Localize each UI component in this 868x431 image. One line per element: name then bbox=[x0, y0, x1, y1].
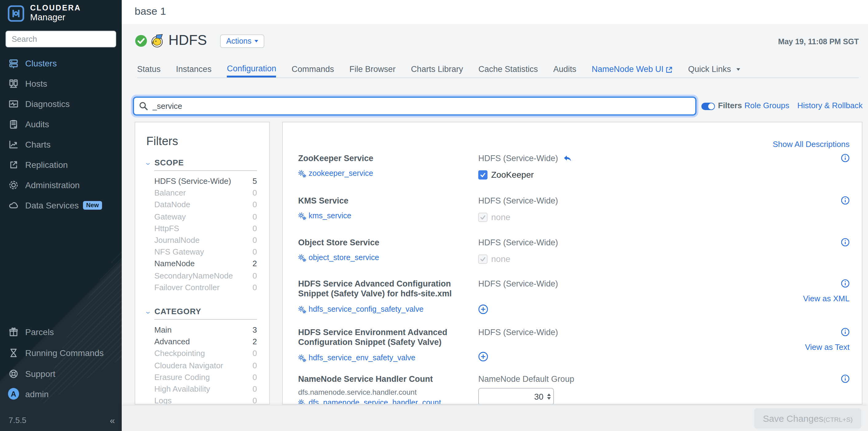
caret-down-icon bbox=[254, 40, 258, 42]
tab-status[interactable]: Status bbox=[137, 61, 161, 78]
add-entry-icon[interactable] bbox=[478, 304, 488, 314]
hosts-icon bbox=[8, 78, 19, 89]
undo-icon[interactable] bbox=[563, 154, 572, 163]
add-entry-icon[interactable] bbox=[478, 352, 488, 362]
sidebar-item-diagnostics[interactable]: Diagnostics bbox=[0, 93, 122, 114]
sidebar-item-parcels[interactable]: Parcels bbox=[0, 321, 122, 342]
info-icon[interactable] bbox=[841, 196, 849, 205]
info-icon[interactable] bbox=[841, 374, 849, 383]
number-stepper[interactable] bbox=[547, 389, 551, 405]
config-search-input[interactable] bbox=[151, 101, 695, 111]
admin-avatar: A bbox=[8, 388, 19, 399]
gear-icon bbox=[8, 179, 19, 190]
info-icon[interactable] bbox=[841, 154, 849, 162]
property-link[interactable]: kms_service bbox=[298, 212, 849, 220]
tab-namenode-web-ui[interactable]: NameNode Web UI bbox=[592, 61, 673, 78]
tab-configuration[interactable]: Configuration bbox=[227, 61, 276, 78]
scope-filter-item[interactable]: HDFS (Service-Wide) 5 bbox=[154, 175, 257, 187]
handler-count-input[interactable]: 30 bbox=[478, 388, 554, 405]
tab-audits[interactable]: Audits bbox=[553, 61, 576, 78]
config-row-namenode-handler-count: NameNode Service Handler Count dfs.namen… bbox=[298, 374, 849, 405]
sidebar-item-support[interactable]: Support bbox=[0, 363, 122, 384]
sidebar-search-input[interactable] bbox=[5, 31, 116, 47]
sidebar-item-replication[interactable]: Replication bbox=[0, 154, 122, 175]
app-window: CLOUDERA Manager Clusters Hosts Diagnost… bbox=[0, 0, 868, 431]
zookeeper-checkbox[interactable] bbox=[478, 170, 488, 179]
lifebuoy-icon bbox=[8, 368, 19, 379]
category-filter-item[interactable]: Advanced 2 bbox=[154, 336, 257, 347]
scope-filter-item[interactable]: Gateway 0 bbox=[154, 211, 257, 222]
actions-button[interactable]: Actions bbox=[220, 34, 264, 48]
info-icon[interactable] bbox=[841, 328, 849, 336]
version-label: 7.5.5 bbox=[9, 415, 26, 425]
property-link[interactable]: hdfs_service_config_safety_valve bbox=[298, 305, 849, 314]
tab-cache-statistics[interactable]: Cache Statistics bbox=[478, 61, 538, 78]
step-down-icon[interactable] bbox=[547, 397, 551, 400]
health-good-icon bbox=[135, 34, 148, 47]
category-filter-item[interactable]: Logs 0 bbox=[154, 395, 257, 405]
property-link[interactable]: object_store_service bbox=[298, 253, 849, 262]
view-as-xml-link[interactable]: View as XML bbox=[803, 294, 849, 303]
brand-product: Manager bbox=[30, 13, 81, 22]
object-store-none-checkbox bbox=[478, 254, 488, 264]
save-changes-button[interactable]: Save Changes (CTRL+S) bbox=[754, 408, 861, 429]
scope-filter-item[interactable]: NameNode 2 bbox=[154, 258, 257, 270]
scope-filter-item[interactable]: Failover Controller 0 bbox=[154, 282, 257, 293]
info-icon[interactable] bbox=[841, 238, 849, 247]
scope-filter-item[interactable]: NFS Gateway 0 bbox=[154, 246, 257, 257]
property-link[interactable]: zookeeper_service bbox=[298, 169, 849, 178]
gift-icon bbox=[8, 326, 19, 337]
category-filter-list: Main 3 Advanced 2 Checkpointing 0 Cloude… bbox=[154, 324, 257, 405]
sidebar-item-admin[interactable]: A admin bbox=[0, 384, 122, 404]
sidebar-item-administration[interactable]: Administration bbox=[0, 175, 122, 195]
scope-filter-item[interactable]: Balancer 0 bbox=[154, 187, 257, 198]
cogs-icon bbox=[298, 354, 306, 362]
step-up-icon[interactable] bbox=[547, 394, 551, 396]
role-groups-link[interactable]: Role Groups bbox=[744, 101, 789, 110]
scope-filter-item[interactable]: JournalNode 0 bbox=[154, 234, 257, 246]
save-footer: Save Changes (CTRL+S) bbox=[122, 406, 868, 431]
tab-commands[interactable]: Commands bbox=[292, 61, 334, 78]
cogs-icon bbox=[298, 170, 306, 177]
view-as-text-link[interactable]: View as Text bbox=[805, 342, 849, 352]
sidebar-item-audits[interactable]: Audits bbox=[0, 114, 122, 134]
hdfs-service-icon bbox=[151, 34, 165, 48]
tab-quick-links[interactable]: Quick Links bbox=[688, 61, 740, 78]
tab-instances[interactable]: Instances bbox=[176, 61, 212, 78]
config-row-kms-service: KMS Service kms_service HDFS (Service-Wi… bbox=[298, 196, 849, 220]
tab-charts-library[interactable]: Charts Library bbox=[411, 61, 463, 78]
scope-filter-item[interactable]: DataNode 0 bbox=[154, 199, 257, 211]
clusters-icon bbox=[8, 58, 19, 68]
tab-file-browser[interactable]: File Browser bbox=[349, 61, 396, 78]
caret-down-icon bbox=[737, 68, 740, 71]
sidebar-collapse-icon[interactable]: « bbox=[110, 415, 114, 426]
category-section-header[interactable]: ⌄ CATEGORY bbox=[145, 307, 201, 316]
sidebar-item-hosts[interactable]: Hosts bbox=[0, 73, 122, 93]
tab-bar: Status Instances Configuration Commands … bbox=[137, 61, 859, 78]
breadcrumb-cluster[interactable]: base 1 bbox=[135, 5, 166, 18]
diagnostics-icon bbox=[8, 98, 19, 109]
current-time: May 19, 11:08 PM SGT bbox=[778, 37, 859, 46]
sidebar-item-running-commands[interactable]: Running Commands bbox=[0, 342, 122, 363]
new-badge: New bbox=[83, 201, 102, 209]
brand[interactable]: CLOUDERA Manager bbox=[7, 4, 81, 23]
history-rollback-link[interactable]: History & Rollback bbox=[797, 101, 863, 110]
scope-filter-item[interactable]: SecondaryNameNode 0 bbox=[154, 270, 257, 281]
charts-icon bbox=[8, 138, 19, 150]
sidebar-item-charts[interactable]: Charts bbox=[0, 134, 122, 154]
filters-panel: Filters ⌄ SCOPE HDFS (Service-Wide) 5 Ba… bbox=[135, 122, 270, 405]
show-all-descriptions-link[interactable]: Show All Descriptions bbox=[773, 140, 849, 149]
cogs-icon bbox=[298, 254, 306, 261]
category-filter-item[interactable]: Main 3 bbox=[154, 324, 257, 336]
category-filter-item[interactable]: High Availability 0 bbox=[154, 383, 257, 395]
sidebar-item-data-services[interactable]: Data Services New bbox=[0, 195, 122, 215]
info-icon[interactable] bbox=[841, 279, 849, 288]
scope-filter-item[interactable]: HttpFS 0 bbox=[154, 222, 257, 234]
scope-section-header[interactable]: ⌄ SCOPE bbox=[145, 158, 184, 167]
property-link[interactable]: hdfs_service_env_safety_valve bbox=[298, 353, 849, 362]
category-filter-item[interactable]: Checkpointing 0 bbox=[154, 348, 257, 359]
category-filter-item[interactable]: Erasure Coding 0 bbox=[154, 371, 257, 383]
category-filter-item[interactable]: Cloudera Navigator 0 bbox=[154, 359, 257, 371]
filters-toggle[interactable] bbox=[702, 103, 715, 110]
sidebar-item-clusters[interactable]: Clusters bbox=[0, 53, 122, 73]
